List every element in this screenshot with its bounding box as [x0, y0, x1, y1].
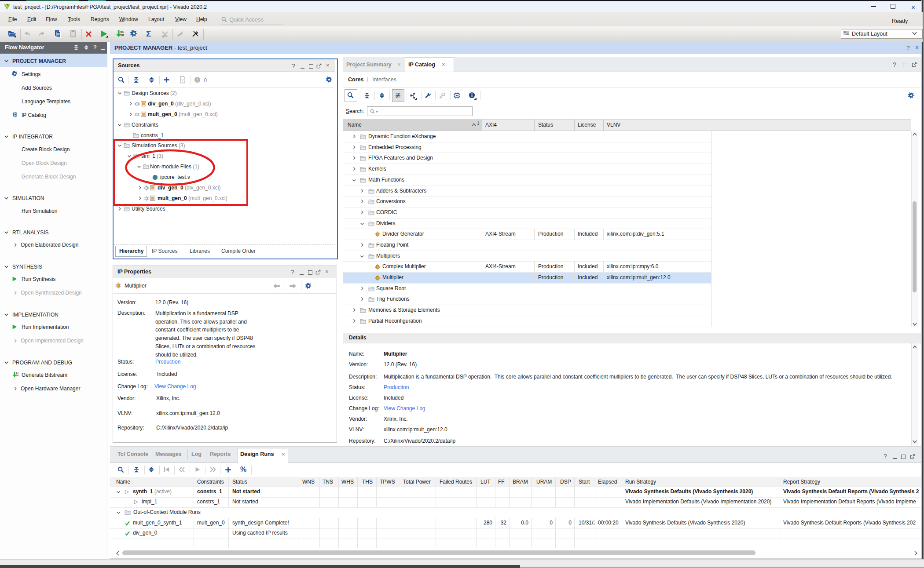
svg-text:?: ? [181, 78, 183, 82]
